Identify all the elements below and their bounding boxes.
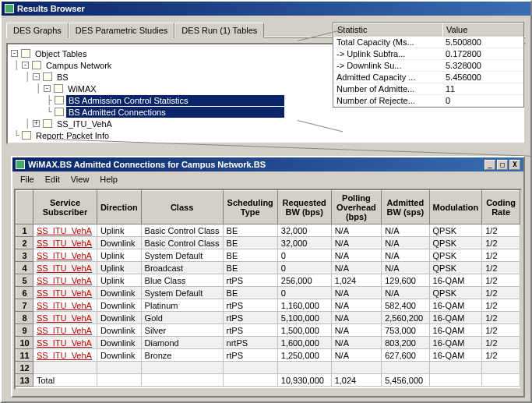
table-row[interactable]: 10SS_ITU_VehADownlinkDiamondnrtPS1,600,0… <box>16 337 520 349</box>
cell-coding-rate: 1/2 <box>482 262 520 274</box>
tree-admission-stats[interactable]: BS Admission Control Statistics <box>66 95 284 106</box>
cell-requested-bw: 5,100,000 <box>277 312 331 324</box>
col-header[interactable]: Scheduling Type <box>223 191 277 224</box>
close-button[interactable]: X <box>509 160 520 170</box>
row-number[interactable]: 4 <box>16 262 33 274</box>
menu-view[interactable]: View <box>66 173 94 186</box>
minimize-button[interactable]: _ <box>484 160 495 170</box>
cell-subscriber[interactable]: SS_ITU_VehA <box>33 237 97 249</box>
table-row[interactable]: 6SS_ITU_VehADownlinkSystem DefaultBE0N/A… <box>16 287 520 299</box>
col-header[interactable]: Modulation <box>429 191 482 224</box>
stat-row[interactable]: Admitted Capacity ...5.456000 <box>333 72 523 83</box>
col-header[interactable]: Admitted BW (sps) <box>382 191 429 224</box>
total-row[interactable]: 13Total10,930,0001,0245,456,000 <box>16 374 520 387</box>
cell-class: Bronze <box>141 349 223 362</box>
corner-cell[interactable] <box>16 191 33 224</box>
row-number[interactable]: 6 <box>16 287 33 299</box>
collapse-icon[interactable]: - <box>44 85 51 92</box>
table-row[interactable]: 4SS_ITU_VehAUplinkBroadcastBE0N/AN/AQPSK… <box>16 262 520 274</box>
table-row[interactable]: 11SS_ITU_VehADownlinkBronzertPS1,250,000… <box>16 349 520 362</box>
cell-subscriber[interactable]: SS_ITU_VehA <box>33 299 97 312</box>
row-number[interactable]: 8 <box>16 312 33 324</box>
tab-des-run-tables[interactable]: DES Run (1) Tables <box>174 23 264 38</box>
tab-des-parametric[interactable]: DES Parametric Studies <box>69 23 175 38</box>
stat-row[interactable]: -> Uplink Subfra...0.172800 <box>333 48 523 60</box>
stat-row[interactable]: Number of Admitte...11 <box>333 83 523 95</box>
tree-root[interactable]: Object Tables <box>33 48 89 59</box>
tab-des-graphs[interactable]: DES Graphs <box>6 23 69 38</box>
cell-subscriber[interactable]: SS_ITU_VehA <box>33 337 97 349</box>
row-number[interactable]: 1 <box>16 224 33 237</box>
row-number[interactable]: 2 <box>16 237 33 249</box>
col-header[interactable]: Polling Overhead (bps) <box>331 191 382 224</box>
sub-titlebar[interactable]: WiMAX.BS Admitted Connections for Campus… <box>12 157 523 171</box>
row-number[interactable]: 7 <box>16 299 33 312</box>
report-icon <box>22 131 31 140</box>
row-number[interactable]: 12 <box>16 362 33 374</box>
connections-grid[interactable]: Service SubscriberDirectionClassScheduli… <box>14 189 522 390</box>
table-row[interactable]: 9SS_ITU_VehADownlinkSilverrtPS1,500,000N… <box>16 324 520 337</box>
cell-subscriber[interactable]: SS_ITU_VehA <box>33 287 97 299</box>
cell-admitted-bw: 627,600 <box>382 349 429 362</box>
cell-class: Gold <box>141 312 223 324</box>
cell-coding-rate: 1/2 <box>482 312 520 324</box>
cell-admitted-bw: 803,200 <box>382 337 429 349</box>
tree-wimax[interactable]: WiMAX <box>65 83 99 94</box>
cell-subscriber[interactable]: SS_ITU_VehA <box>33 249 97 262</box>
cell-subscriber[interactable]: SS_ITU_VehA <box>33 349 97 362</box>
cell-admitted-bw: 582,400 <box>382 299 429 312</box>
stat-key: Number of Admitte... <box>333 83 442 95</box>
stat-row[interactable]: Total Capacity (Ms...5.500800 <box>333 37 523 48</box>
tree-admitted-conn[interactable]: BS Admitted Connections <box>66 107 284 118</box>
col-header[interactable]: Direction <box>97 191 141 224</box>
cell-modulation: QPSK <box>429 262 482 274</box>
collapse-icon[interactable]: - <box>22 62 29 69</box>
row-number[interactable]: 13 <box>16 374 33 387</box>
collapse-icon[interactable]: - <box>33 73 40 80</box>
tree-campus[interactable]: Campus Network <box>44 60 114 71</box>
tree-bs[interactable]: BS <box>55 72 71 83</box>
table-row[interactable]: 3SS_ITU_VehAUplinkSystem DefaultBE0N/AN/… <box>16 249 520 262</box>
cell-coding-rate: 1/2 <box>482 224 520 237</box>
table-row[interactable]: 7SS_ITU_VehADownlinkPlatinumrtPS1,160,00… <box>16 299 520 312</box>
cell-modulation: QPSK <box>429 237 482 249</box>
row-number[interactable]: 11 <box>16 349 33 362</box>
menu-file[interactable]: File <box>16 173 39 186</box>
table-row[interactable]: 2SS_ITU_VehADownlinkBasic Control ClassB… <box>16 237 520 249</box>
row-number[interactable]: 9 <box>16 324 33 337</box>
collapse-icon[interactable]: - <box>11 50 18 57</box>
stat-head-value[interactable]: Value <box>442 23 523 37</box>
row-number[interactable]: 5 <box>16 274 33 287</box>
cell-scheduling: BE <box>223 249 277 262</box>
cell-subscriber[interactable]: SS_ITU_VehA <box>33 324 97 337</box>
row-number[interactable]: 10 <box>16 337 33 349</box>
cell-requested-bw: 256,000 <box>277 274 331 287</box>
cell-subscriber[interactable]: SS_ITU_VehA <box>33 312 97 324</box>
table-row[interactable]: 8SS_ITU_VehADownlinkGoldrtPS5,100,000N/A… <box>16 312 520 324</box>
cell-subscriber[interactable]: SS_ITU_VehA <box>33 224 97 237</box>
main-titlebar[interactable]: Results Browser <box>2 2 530 16</box>
stat-value: 5.328000 <box>442 60 523 72</box>
cell-requested-bw: 1,160,000 <box>277 299 331 312</box>
expand-icon[interactable]: + <box>33 120 40 127</box>
stat-row[interactable]: Number of Rejecte...0 <box>333 95 523 107</box>
cell-polling: N/A <box>331 337 382 349</box>
menu-edit[interactable]: Edit <box>41 173 65 186</box>
menu-help[interactable]: Help <box>95 173 122 186</box>
col-header[interactable]: Coding Rate <box>482 191 520 224</box>
col-header[interactable]: Service Subscriber <box>33 191 97 224</box>
col-header[interactable]: Class <box>141 191 223 224</box>
row-number[interactable]: 3 <box>16 249 33 262</box>
table-row[interactable]: 1SS_ITU_VehAUplinkBasic Control ClassBE3… <box>16 224 520 237</box>
results-browser-window: Results Browser DES Graphs DES Parametri… <box>0 0 532 403</box>
cell-subscriber[interactable]: SS_ITU_VehA <box>33 274 97 287</box>
cell-class: Blue Class <box>141 274 223 287</box>
col-header[interactable]: Requested BW (bps) <box>277 191 331 224</box>
tree-ss-itu[interactable]: SS_ITU_VehA <box>55 118 115 129</box>
stat-head-statistic[interactable]: Statistic <box>333 23 442 37</box>
table-row[interactable]: 5SS_ITU_VehAUplinkBlue ClassrtPS256,0001… <box>16 274 520 287</box>
maximize-button[interactable]: □ <box>497 160 508 170</box>
table-row[interactable]: 12 <box>16 362 520 374</box>
cell-subscriber[interactable]: SS_ITU_VehA <box>33 262 97 274</box>
stat-row[interactable]: -> Downlink Su...5.328000 <box>333 60 523 72</box>
